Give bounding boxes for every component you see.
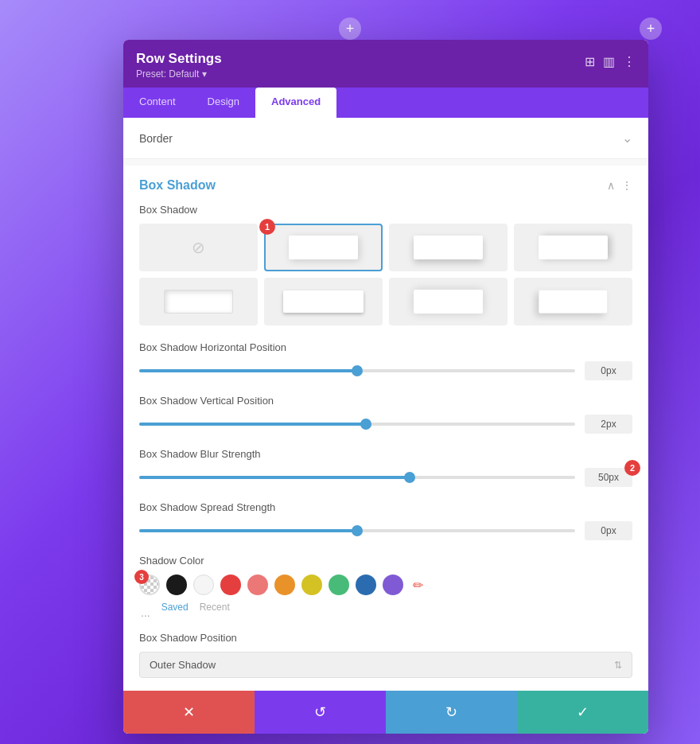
undo-icon: ↺ bbox=[314, 703, 326, 721]
box-shadow-field-label: Box Shadow bbox=[139, 204, 632, 216]
undo-button[interactable]: ↺ bbox=[255, 691, 386, 734]
preset-6[interactable] bbox=[389, 278, 508, 325]
box-shadow-position-section: Box Shadow Position Outer Shadow ⇅ bbox=[139, 632, 632, 678]
shadow-preview-4 bbox=[164, 290, 233, 314]
shadow-preview-3 bbox=[539, 236, 608, 259]
blur-strength-section: Box Shadow Blur Strength 50px 2 bbox=[139, 448, 632, 487]
box-shadow-header: Box Shadow ∧ ⋮ bbox=[139, 178, 632, 193]
tab-design[interactable]: Design bbox=[192, 88, 255, 118]
row-settings-modal: Row Settings Preset: Default ▾ ⊞ ▥ ⋮ Con… bbox=[123, 40, 648, 734]
no-shadow-icon: ⊘ bbox=[192, 238, 205, 257]
horizontal-position-thumb[interactable] bbox=[352, 365, 363, 376]
collapse-icon[interactable]: ∧ bbox=[607, 179, 615, 192]
more-options-icon[interactable]: ⋮ bbox=[623, 54, 636, 69]
modal-footer: ✕ ↺ ↻ ✓ bbox=[123, 691, 648, 734]
white-color-swatch[interactable] bbox=[193, 575, 214, 595]
border-chevron-icon: ⌄ bbox=[622, 130, 632, 146]
blur-strength-thumb[interactable] bbox=[404, 472, 415, 483]
modal-header-left: Row Settings Preset: Default ▾ bbox=[136, 51, 222, 80]
preset-4[interactable] bbox=[139, 278, 258, 325]
preset-2[interactable] bbox=[389, 224, 508, 271]
blur-strength-value[interactable]: 50px 2 bbox=[585, 468, 632, 487]
color-badge-3: 3 bbox=[134, 570, 149, 584]
add-left-button[interactable]: + bbox=[339, 18, 361, 40]
save-icon: ✓ bbox=[577, 703, 589, 721]
transparent-swatch-wrapper: 3 bbox=[139, 575, 160, 595]
horizontal-position-row: 0px bbox=[139, 361, 632, 380]
modal-title: Row Settings bbox=[136, 51, 222, 67]
border-label: Border bbox=[139, 132, 173, 145]
preset-badge-1: 1 bbox=[259, 219, 275, 235]
shadow-color-section: Shadow Color 3 ✏ bbox=[139, 555, 632, 619]
vertical-position-section: Box Shadow Vertical Position 2px bbox=[139, 395, 632, 434]
spread-strength-label: Box Shadow Spread Strength bbox=[139, 501, 632, 513]
vertical-position-track[interactable] bbox=[139, 423, 575, 426]
shadow-preview-1 bbox=[289, 236, 358, 259]
shadow-preview-7 bbox=[539, 290, 608, 314]
horizontal-position-section: Box Shadow Horizontal Position 0px bbox=[139, 341, 632, 380]
vertical-position-value[interactable]: 2px bbox=[585, 415, 632, 434]
horizontal-position-value[interactable]: 0px bbox=[585, 361, 632, 380]
saved-colors-button[interactable]: Saved bbox=[161, 602, 189, 619]
box-shadow-header-icons: ∧ ⋮ bbox=[607, 179, 632, 192]
modal-body: Border ⌄ Box Shadow ∧ ⋮ Box Shadow ⊘ bbox=[123, 118, 648, 691]
spread-strength-thumb[interactable] bbox=[352, 525, 363, 536]
orange-color-swatch[interactable] bbox=[274, 575, 295, 595]
dropdown-arrows-icon: ⇅ bbox=[614, 660, 622, 671]
green-color-swatch[interactable] bbox=[329, 575, 349, 595]
horizontal-position-fill bbox=[139, 369, 357, 372]
modal-tabs: Content Design Advanced bbox=[123, 88, 648, 118]
responsive-icon[interactable]: ⊞ bbox=[585, 54, 595, 69]
purple-color-swatch[interactable] bbox=[383, 575, 403, 595]
vertical-position-thumb[interactable] bbox=[360, 419, 371, 430]
modal-header: Row Settings Preset: Default ▾ ⊞ ▥ ⋮ bbox=[123, 40, 648, 88]
modal-subtitle: Preset: Default ▾ bbox=[136, 68, 222, 80]
black-color-swatch[interactable] bbox=[166, 575, 187, 595]
preset-no-shadow[interactable]: ⊘ bbox=[139, 224, 258, 271]
horizontal-position-label: Box Shadow Horizontal Position bbox=[139, 341, 632, 353]
horizontal-position-track[interactable] bbox=[139, 369, 575, 372]
tab-advanced[interactable]: Advanced bbox=[255, 88, 336, 118]
color-swatches: 3 ✏ bbox=[139, 575, 632, 595]
shadow-color-label: Shadow Color bbox=[139, 555, 632, 567]
border-section[interactable]: Border ⌄ bbox=[123, 118, 648, 159]
cancel-button[interactable]: ✕ bbox=[123, 691, 255, 734]
recent-colors-button[interactable]: Recent bbox=[200, 602, 230, 619]
tab-content[interactable]: Content bbox=[123, 88, 192, 118]
add-right-button[interactable]: + bbox=[640, 18, 662, 40]
blur-strength-track[interactable] bbox=[139, 476, 575, 479]
spread-strength-fill bbox=[139, 529, 357, 532]
shadow-preview-2 bbox=[414, 236, 483, 259]
blur-strength-fill bbox=[139, 476, 410, 479]
vertical-position-fill bbox=[139, 423, 366, 426]
columns-icon[interactable]: ▥ bbox=[603, 54, 615, 69]
spread-strength-value[interactable]: 0px bbox=[585, 521, 632, 540]
cancel-icon: ✕ bbox=[183, 703, 195, 721]
red-color-swatch[interactable] bbox=[220, 575, 241, 595]
spread-strength-track[interactable] bbox=[139, 529, 575, 532]
more-dots-button[interactable]: ... bbox=[141, 606, 150, 619]
box-shadow-position-label: Box Shadow Position bbox=[139, 632, 632, 644]
shadow-preview-6 bbox=[414, 290, 483, 314]
blue-color-swatch[interactable] bbox=[356, 575, 376, 595]
preset-1[interactable]: 1 bbox=[264, 224, 383, 271]
box-shadow-more-icon[interactable]: ⋮ bbox=[621, 179, 632, 192]
modal-header-icons: ⊞ ▥ ⋮ bbox=[585, 54, 636, 69]
preset-3[interactable] bbox=[514, 224, 632, 271]
color-pencil-icon[interactable]: ✏ bbox=[413, 578, 423, 593]
box-shadow-position-dropdown[interactable]: Outer Shadow ⇅ bbox=[139, 652, 632, 678]
preset-7[interactable] bbox=[514, 278, 632, 325]
red2-color-swatch[interactable] bbox=[247, 575, 268, 595]
blur-badge: 2 bbox=[624, 460, 640, 476]
blur-strength-label: Box Shadow Blur Strength bbox=[139, 448, 632, 460]
preset-5[interactable] bbox=[264, 278, 383, 325]
preset-label[interactable]: Preset: Default bbox=[136, 68, 199, 80]
yellow-color-swatch[interactable] bbox=[301, 575, 322, 595]
preset-dropdown-arrow[interactable]: ▾ bbox=[202, 68, 207, 80]
save-button[interactable]: ✓ bbox=[517, 691, 648, 734]
redo-button[interactable]: ↻ bbox=[386, 691, 517, 734]
blur-strength-row: 50px 2 bbox=[139, 468, 632, 487]
redo-icon: ↻ bbox=[445, 703, 457, 721]
spread-strength-section: Box Shadow Spread Strength 0px bbox=[139, 501, 632, 540]
box-shadow-position-value: Outer Shadow bbox=[150, 659, 216, 671]
